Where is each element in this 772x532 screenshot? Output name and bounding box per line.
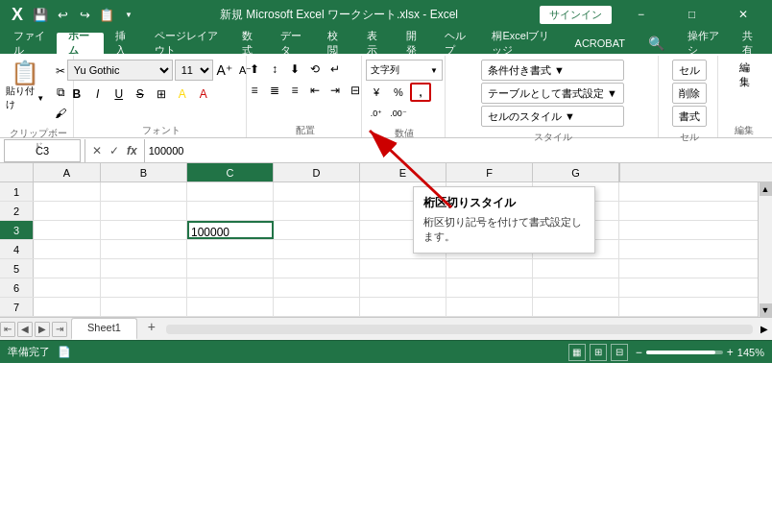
number-format-dropdown[interactable]: 文字列 ▼ — [366, 60, 443, 81]
clipboard-icon[interactable]: 📋 — [97, 5, 116, 24]
row-num-7[interactable]: 7 — [0, 298, 34, 316]
signin-button[interactable]: サインイン — [540, 6, 612, 24]
redo-icon[interactable]: ↪ — [75, 5, 94, 24]
scroll-down-button[interactable]: ▼ — [760, 303, 772, 317]
cell-d4[interactable] — [274, 240, 360, 258]
cell-f7[interactable] — [446, 298, 533, 316]
cell-c5[interactable] — [187, 259, 274, 278]
cell-b2[interactable] — [101, 202, 187, 220]
middle-align-button[interactable]: ↕ — [265, 60, 284, 79]
row-num-4[interactable]: 4 — [0, 240, 34, 258]
cell-e5[interactable] — [360, 259, 446, 278]
conditional-format-button[interactable]: 条件付き書式 ▼ — [481, 60, 624, 81]
cell-d3[interactable] — [274, 221, 360, 239]
row-num-5[interactable]: 5 — [0, 259, 34, 278]
bold-button[interactable]: B — [67, 85, 86, 104]
scroll-up-button[interactable]: ▲ — [760, 182, 772, 196]
strikethrough-button[interactable]: S — [131, 85, 150, 104]
font-size-select[interactable]: 11 — [175, 60, 213, 81]
cell-a5[interactable] — [34, 259, 101, 278]
zoom-out-button[interactable]: − — [636, 346, 642, 359]
increase-fontsize-button[interactable]: A⁺ — [215, 60, 234, 80]
cell-b4[interactable] — [101, 240, 187, 258]
vertical-scrollbar[interactable]: ▲ ▼ — [758, 182, 772, 317]
row-num-6[interactable]: 6 — [0, 278, 34, 297]
row-num-3[interactable]: 3 — [0, 221, 34, 239]
cell-g5[interactable] — [533, 259, 619, 278]
center-align-button[interactable]: ≣ — [265, 81, 284, 100]
restore-button[interactable]: □ — [670, 0, 713, 29]
tab-acrobat[interactable]: ACROBAT — [564, 33, 637, 54]
decrease-indent-button[interactable]: ⇤ — [305, 81, 325, 100]
tab-insert[interactable]: 挿入 — [104, 33, 143, 54]
tab-assist[interactable]: 操作アシ — [676, 33, 731, 54]
cell-g6[interactable] — [533, 278, 619, 297]
currency-button[interactable]: ¥ — [366, 83, 387, 102]
cell-d7[interactable] — [274, 298, 360, 316]
cell-b3[interactable] — [101, 221, 187, 239]
increase-indent-button[interactable]: ⇥ — [326, 81, 345, 100]
tab-view[interactable]: 表示 — [355, 33, 395, 54]
font-name-select[interactable]: Yu Gothic — [67, 60, 173, 81]
cell-b7[interactable] — [101, 298, 187, 316]
page-layout-view-button[interactable]: ⊞ — [590, 344, 607, 361]
editing-button[interactable]: 編集 — [726, 60, 762, 88]
tab-dev[interactable]: 開発 — [395, 33, 434, 54]
row-num-2[interactable]: 2 — [0, 202, 34, 220]
wrap-text-button[interactable]: ↵ — [326, 60, 345, 79]
col-header-e[interactable]: E — [360, 163, 446, 181]
insert-function-button[interactable]: fx — [124, 143, 140, 158]
format-as-table-button[interactable]: テーブルとして書式設定 ▼ — [481, 83, 624, 104]
decrease-decimal-button[interactable]: .00⁻ — [388, 104, 409, 123]
page-break-view-button[interactable]: ⊟ — [611, 344, 628, 361]
delete-cell-button[interactable]: 削除 — [672, 83, 707, 104]
top-align-button[interactable]: ⬆ — [245, 60, 264, 79]
fill-color-button[interactable]: A — [173, 85, 192, 104]
col-header-b[interactable]: B — [101, 163, 187, 181]
row-num-1[interactable]: 1 — [0, 182, 34, 201]
cell-d2[interactable] — [274, 202, 360, 220]
cell-d5[interactable] — [274, 259, 360, 278]
tab-file[interactable]: ファイル — [2, 33, 57, 54]
undo-icon[interactable]: ↩ — [53, 5, 72, 24]
font-color-button[interactable]: A — [194, 85, 213, 104]
cell-c3[interactable]: 100000 — [187, 221, 274, 239]
tab-kiri[interactable]: 桐Excelブリッジ — [480, 33, 563, 54]
merge-button[interactable]: ⊟ — [346, 81, 365, 100]
sheet-next-button[interactable]: ▶ — [35, 322, 50, 337]
tab-review[interactable]: 校閲 — [316, 33, 355, 54]
paste-button[interactable]: 📋 貼り付け ▼ — [4, 60, 46, 113]
sheet-tab-sheet1[interactable]: Sheet1 — [71, 318, 137, 340]
cell-f6[interactable] — [446, 278, 533, 297]
underline-button[interactable]: U — [109, 85, 129, 104]
left-align-button[interactable]: ≡ — [245, 81, 264, 100]
save-icon[interactable]: 💾 — [31, 5, 50, 24]
sheet-prev-button[interactable]: ◀ — [17, 322, 33, 337]
cell-a7[interactable] — [34, 298, 101, 316]
col-header-g[interactable]: G — [533, 163, 619, 181]
cell-e7[interactable] — [360, 298, 446, 316]
cell-a4[interactable] — [34, 240, 101, 258]
increase-decimal-button[interactable]: .0⁺ — [366, 104, 387, 123]
tab-data[interactable]: データ — [269, 33, 316, 54]
formula-input[interactable] — [145, 139, 772, 162]
horizontal-scrollbar[interactable] — [166, 325, 753, 334]
cell-d6[interactable] — [274, 278, 360, 297]
minimize-button[interactable]: − — [619, 0, 663, 29]
cell-b5[interactable] — [101, 259, 187, 278]
cell-a3[interactable] — [34, 221, 101, 239]
scroll-right-arrow[interactable]: ▶ — [757, 324, 772, 334]
col-header-a[interactable]: A — [34, 163, 101, 181]
normal-view-button[interactable]: ▦ — [568, 344, 586, 361]
cell-e6[interactable] — [360, 278, 446, 297]
cancel-formula-button[interactable]: ✕ — [89, 143, 105, 158]
col-header-c[interactable]: C — [187, 163, 274, 181]
cell-b1[interactable] — [101, 182, 187, 201]
sheet-last-button[interactable]: ⇥ — [52, 322, 67, 337]
col-header-f[interactable]: F — [446, 163, 533, 181]
right-align-button[interactable]: ≡ — [285, 81, 304, 100]
cell-c4[interactable] — [187, 240, 274, 258]
comma-style-button[interactable]: , — [410, 83, 431, 102]
tab-home[interactable]: ホーム — [57, 33, 104, 54]
cell-a6[interactable] — [34, 278, 101, 297]
